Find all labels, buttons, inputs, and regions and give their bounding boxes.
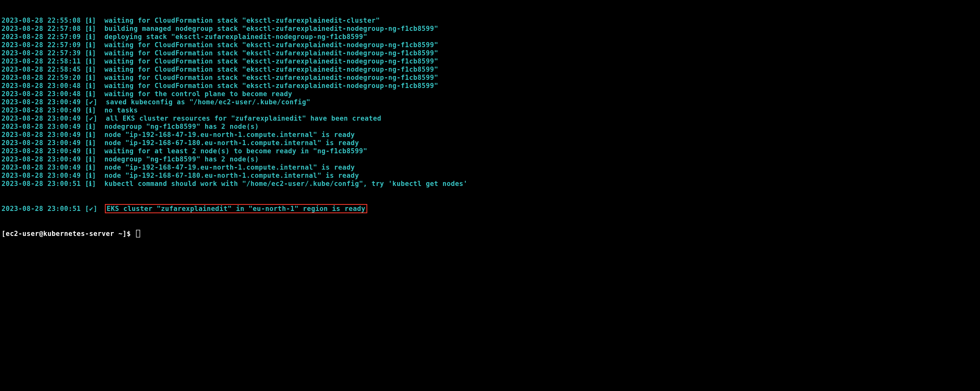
log-timestamp: 2023-08-28 23:00:49: [2, 147, 81, 155]
log-level-bracket-close: ]: [92, 33, 96, 41]
log-level-bracket-close: ]: [92, 90, 96, 98]
log-level-bracket-close: ]: [92, 74, 96, 81]
log-level-bracket: [: [81, 123, 89, 130]
log-level-bracket-close: ]: [92, 147, 96, 155]
log-level-bracket: [: [81, 41, 89, 49]
log-level: ℹ: [89, 82, 92, 89]
shell-prompt: [ec2-user@kubernetes-server ~]$: [2, 230, 135, 237]
log-line: 2023-08-28 22:58:45 [ℹ] waiting for Clou…: [2, 65, 978, 73]
log-level-bracket: [: [81, 57, 89, 65]
log-message: deploying stack "eksctl-zufarexplainedit…: [96, 33, 368, 41]
log-timestamp: 2023-08-28 23:00:49: [2, 114, 81, 122]
log-level-bracket: [: [81, 25, 89, 32]
cursor-icon: [136, 230, 140, 237]
log-level-bracket: [: [81, 164, 89, 171]
log-timestamp: 2023-08-28 23:00:49: [2, 131, 81, 138]
log-message: waiting for at least 2 node(s) to become…: [96, 147, 368, 155]
log-line: 2023-08-28 23:00:49 [ℹ] node "ip-192-168…: [2, 172, 978, 180]
log-level: ℹ: [89, 180, 92, 188]
log-level-bracket: [: [81, 90, 89, 98]
log-timestamp: 2023-08-28 23:00:51: [2, 205, 81, 213]
log-message: kubectl command should work with "/home/…: [96, 180, 468, 188]
log-level-bracket: [: [81, 155, 89, 163]
log-line: 2023-08-28 22:57:09 [ℹ] waiting for Clou…: [2, 41, 978, 49]
log-message: node "ip-192-168-47-19.eu-north-1.comput…: [96, 131, 355, 138]
log-level-bracket-close: ]: [94, 114, 97, 122]
log-message: waiting for the control plane to become …: [96, 90, 293, 98]
log-line: 2023-08-28 23:00:51 [ℹ] kubectl command …: [2, 180, 978, 188]
log-level-bracket-close: ]: [92, 65, 96, 73]
log-message: building managed nodegroup stack "eksctl…: [96, 25, 438, 32]
log-level: ℹ: [89, 106, 92, 114]
log-timestamp: 2023-08-28 22:55:08: [2, 17, 81, 24]
log-line: 2023-08-28 23:00:48 [ℹ] waiting for the …: [2, 90, 978, 98]
log-message: no tasks: [96, 106, 138, 114]
log-line: 2023-08-28 23:00:49 [✔] all EKS cluster …: [2, 114, 978, 122]
log-message: waiting for CloudFormation stack "eksctl…: [96, 74, 438, 81]
log-level-bracket: [: [81, 139, 89, 147]
log-line: 2023-08-28 22:58:11 [ℹ] waiting for Clou…: [2, 57, 978, 65]
log-line: 2023-08-28 23:00:49 [ℹ] node "ip-192-168…: [2, 163, 978, 172]
log-lines: 2023-08-28 22:55:08 [ℹ] waiting for Clou…: [2, 16, 978, 188]
shell-prompt-line[interactable]: [ec2-user@kubernetes-server ~]$: [2, 230, 978, 238]
log-level-bracket-close: ]: [92, 131, 96, 138]
log-level: ℹ: [89, 139, 92, 147]
log-timestamp: 2023-08-28 23:00:48: [2, 82, 81, 89]
log-level: ✔: [89, 205, 93, 213]
log-level-bracket: [: [81, 33, 89, 41]
log-level-bracket-close: ]: [92, 155, 96, 163]
log-level-bracket: [: [81, 180, 89, 188]
log-timestamp: 2023-08-28 23:00:48: [2, 90, 81, 98]
log-message: waiting for CloudFormation stack "eksctl…: [96, 49, 438, 57]
log-level-bracket-close: ]: [92, 25, 96, 32]
highlight-box: EKS cluster "zufarexplainedit" in "eu-no…: [105, 204, 367, 213]
log-message: waiting for CloudFormation stack "eksctl…: [96, 17, 380, 24]
log-line: 2023-08-28 22:55:08 [ℹ] waiting for Clou…: [2, 16, 978, 24]
log-level: ℹ: [89, 131, 92, 138]
log-level: ℹ: [89, 65, 92, 73]
log-level-bracket: [: [81, 172, 89, 179]
log-message: waiting for CloudFormation stack "eksctl…: [96, 82, 438, 89]
log-level: ℹ: [89, 155, 92, 163]
log-level-bracket-close: ]: [94, 98, 97, 106]
log-level: ✔: [89, 114, 93, 122]
log-timestamp: 2023-08-28 22:57:09: [2, 41, 81, 49]
log-message: saved kubeconfig as "/home/ec2-user/.kub…: [97, 98, 310, 106]
log-line: 2023-08-28 23:00:49 [ℹ] nodegroup "ng-f1…: [2, 155, 978, 163]
log-message: waiting for CloudFormation stack "eksctl…: [96, 57, 438, 65]
log-timestamp: 2023-08-28 23:00:51: [2, 180, 81, 188]
log-level-bracket-close: ]: [92, 139, 96, 147]
log-line: 2023-08-28 23:00:49 [ℹ] waiting for at l…: [2, 147, 978, 155]
log-line: 2023-08-28 23:00:49 [ℹ] no tasks: [2, 106, 978, 114]
log-message: node "ip-192-168-67-180.eu-north-1.compu…: [96, 172, 359, 179]
log-level-bracket-close: ]: [92, 164, 96, 171]
log-line: 2023-08-28 22:57:09 [ℹ] deploying stack …: [2, 33, 978, 41]
log-line: 2023-08-28 22:59:20 [ℹ] waiting for Clou…: [2, 73, 978, 82]
log-timestamp: 2023-08-28 22:57:39: [2, 49, 81, 57]
log-level-bracket: [: [81, 131, 89, 138]
log-line: 2023-08-28 23:00:49 [✔] saved kubeconfig…: [2, 98, 978, 106]
log-line: 2023-08-28 23:00:48 [ℹ] waiting for Clou…: [2, 82, 978, 90]
log-level: ℹ: [89, 25, 92, 32]
log-message: node "ip-192-168-47-19.eu-north-1.comput…: [96, 164, 355, 171]
log-timestamp: 2023-08-28 23:00:49: [2, 139, 81, 147]
log-line: 2023-08-28 23:00:49 [ℹ] node "ip-192-168…: [2, 139, 978, 147]
log-level: ℹ: [89, 164, 92, 171]
log-timestamp: 2023-08-28 23:00:49: [2, 172, 81, 179]
log-level-bracket: [: [81, 74, 89, 81]
log-level: ℹ: [89, 90, 92, 98]
log-timestamp: 2023-08-28 23:00:49: [2, 155, 81, 163]
log-message: all EKS cluster resources for "zufarexpl…: [97, 114, 381, 122]
log-level-bracket-close: ]: [92, 172, 96, 179]
log-level: ℹ: [89, 49, 92, 57]
log-level: ℹ: [89, 74, 92, 81]
log-timestamp: 2023-08-28 23:00:49: [2, 123, 81, 130]
log-level-bracket: [: [81, 65, 89, 73]
terminal-output[interactable]: 2023-08-28 22:55:08 [ℹ] waiting for Clou…: [0, 0, 980, 246]
log-level-bracket: [: [81, 17, 89, 24]
log-line: 2023-08-28 22:57:39 [ℹ] waiting for Clou…: [2, 49, 978, 57]
log-level-bracket-close: ]: [92, 106, 96, 114]
log-timestamp: 2023-08-28 23:00:49: [2, 98, 81, 106]
log-level-bracket-close: ]: [92, 41, 96, 49]
log-message: nodegroup "ng-f1cb8599" has 2 node(s): [96, 123, 259, 130]
